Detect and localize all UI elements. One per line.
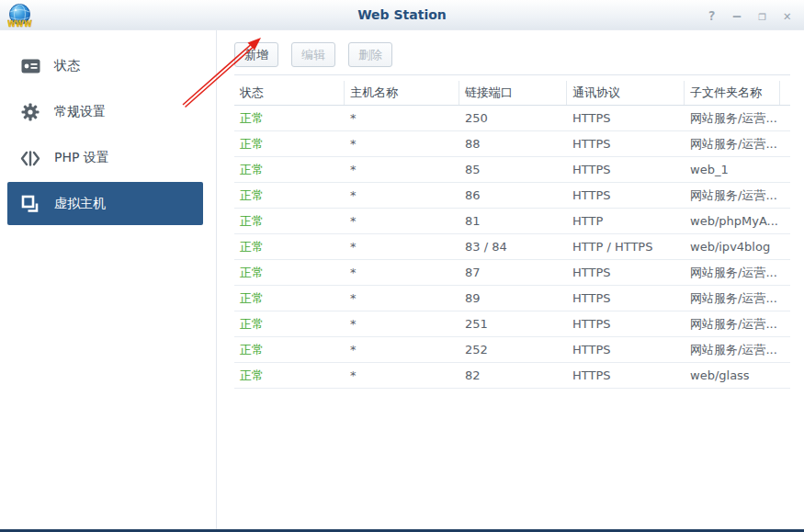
table-cell: 网站服务/运营... — [685, 183, 780, 208]
gear-icon — [20, 103, 40, 121]
table-row[interactable]: 正常*86HTTPS网站服务/运营... — [234, 183, 790, 209]
table-cell: * — [345, 106, 459, 130]
table-cell: 正常 — [234, 286, 345, 311]
table-cell: web/phpMyA... — [685, 209, 780, 233]
table-cell: * — [345, 260, 459, 285]
table-cell: 网站服务/运营... — [685, 286, 780, 311]
table-cell: 87 — [459, 260, 567, 285]
table-cell: * — [345, 157, 459, 182]
column-header-hostname[interactable]: 主机名称 — [345, 81, 459, 105]
table-cell: HTTPS — [567, 286, 685, 311]
table-cell: * — [345, 286, 459, 311]
sidebar-item-label: PHP 设置 — [54, 150, 109, 166]
table-cell: 250 — [459, 106, 567, 130]
sidebar: 状态 — [0, 30, 217, 529]
table-cell: HTTP / HTTPS — [567, 234, 685, 259]
sidebar-item-php-settings[interactable]: PHP 设置 — [0, 135, 216, 181]
sidebar-item-general-settings[interactable]: 常规设置 — [0, 89, 216, 135]
table-cell: web/ipv4blog — [685, 234, 780, 259]
column-header-port[interactable]: 链接端口 — [459, 81, 567, 105]
table-cell: 网站服务/运营... — [685, 131, 780, 156]
table-cell: HTTPS — [567, 363, 685, 388]
table-cell: 89 — [459, 286, 567, 311]
virtual-host-icon — [20, 195, 40, 213]
table-row[interactable]: 正常*82HTTPSweb/glass — [234, 363, 790, 389]
help-icon[interactable]: ? — [708, 9, 715, 22]
window-content: 状态 — [0, 30, 804, 529]
table-cell: 正常 — [234, 131, 345, 156]
table-cell: 252 — [459, 337, 567, 362]
table-cell: 81 — [459, 209, 567, 233]
code-icon — [20, 149, 40, 167]
table-cell: HTTPS — [567, 337, 685, 362]
close-icon[interactable]: ✕ — [784, 9, 791, 22]
table-cell: 正常 — [234, 337, 345, 362]
table-cell: 网站服务/运营... — [685, 260, 780, 285]
maximize-icon[interactable]: ❐ — [758, 9, 765, 22]
table-cell: 正常 — [234, 311, 345, 336]
table-cell: * — [345, 209, 459, 233]
table-cell: 正常 — [234, 106, 345, 130]
table-cell: * — [345, 363, 459, 388]
table-cell: HTTPS — [567, 183, 685, 208]
window-title: Web Station — [0, 7, 804, 22]
table-row[interactable]: 正常*85HTTPSweb_1 — [234, 157, 790, 183]
table-cell: web/glass — [685, 363, 780, 388]
delete-button[interactable]: 删除 — [348, 42, 392, 67]
table-cell: HTTPS — [567, 131, 685, 156]
table-row[interactable]: 正常*87HTTPS网站服务/运营... — [234, 260, 790, 286]
column-header-protocol[interactable]: 通讯协议 — [567, 81, 685, 105]
minimize-icon[interactable]: — — [733, 9, 741, 22]
table-cell: 网站服务/运营... — [685, 337, 780, 362]
table-cell: 正常 — [234, 209, 345, 233]
table-cell: 85 — [459, 157, 567, 182]
sidebar-item-virtual-host[interactable]: 虚拟主机 — [7, 182, 203, 225]
sidebar-item-label: 虚拟主机 — [54, 196, 106, 212]
table-cell: * — [345, 183, 459, 208]
window-controls: ? — ❐ ✕ — [708, 0, 791, 30]
add-button[interactable]: 新增 — [234, 42, 278, 67]
main-panel: 新增 编辑 删除 状态 主机名称 链接端口 通讯协议 子文件夹名称 正常*250… — [217, 30, 804, 529]
table-cell: web_1 — [685, 157, 780, 182]
table-row[interactable]: 正常*88HTTPS网站服务/运营... — [234, 131, 790, 157]
toolbar: 新增 编辑 删除 — [234, 42, 790, 75]
sidebar-item-status[interactable]: 状态 — [0, 43, 216, 89]
table-cell: 正常 — [234, 157, 345, 182]
table-cell: * — [345, 311, 459, 336]
table-cell: * — [345, 234, 459, 259]
table-cell: * — [345, 131, 459, 156]
table-row[interactable]: 正常*250HTTPS网站服务/运营... — [234, 106, 790, 131]
edit-button[interactable]: 编辑 — [291, 42, 335, 67]
status-card-icon — [20, 57, 40, 75]
table-cell: HTTP — [567, 209, 685, 233]
table-cell: 正常 — [234, 260, 345, 285]
web-station-window: WWW Web Station ? — ❐ ✕ — [0, 0, 804, 532]
table-cell: 88 — [459, 131, 567, 156]
table-cell: 网站服务/运营... — [685, 311, 780, 336]
table-cell: 正常 — [234, 183, 345, 208]
table-row[interactable]: 正常*252HTTPS网站服务/运营... — [234, 337, 790, 363]
table-cell: 正常 — [234, 234, 345, 259]
table-cell: 正常 — [234, 363, 345, 388]
table-row[interactable]: 正常*89HTTPS网站服务/运营... — [234, 286, 790, 311]
titlebar: WWW Web Station ? — ❐ ✕ — [0, 0, 804, 30]
table-cell: * — [345, 337, 459, 362]
vhost-table-body: 正常*250HTTPS网站服务/运营...正常*88HTTPS网站服务/运营..… — [234, 106, 790, 389]
table-cell: HTTPS — [567, 311, 685, 336]
table-row[interactable]: 正常*251HTTPS网站服务/运营... — [234, 311, 790, 337]
table-cell: 网站服务/运营... — [685, 106, 780, 130]
sidebar-item-label: 常规设置 — [54, 104, 106, 120]
table-row[interactable]: 正常*83 / 84HTTP / HTTPSweb/ipv4blog — [234, 234, 790, 260]
column-header-subfolder[interactable]: 子文件夹名称 — [685, 81, 780, 105]
column-header-status[interactable]: 状态 — [234, 81, 345, 105]
table-cell: 83 / 84 — [459, 234, 567, 259]
table-cell: HTTPS — [567, 157, 685, 182]
table-header: 状态 主机名称 链接端口 通讯协议 子文件夹名称 — [234, 81, 790, 106]
table-cell: 82 — [459, 363, 567, 388]
table-cell: HTTPS — [567, 106, 685, 130]
table-cell: HTTPS — [567, 260, 685, 285]
table-cell: 86 — [459, 183, 567, 208]
table-cell: 251 — [459, 311, 567, 336]
sidebar-item-label: 状态 — [54, 58, 80, 74]
table-row[interactable]: 正常*81HTTPweb/phpMyA... — [234, 209, 790, 234]
